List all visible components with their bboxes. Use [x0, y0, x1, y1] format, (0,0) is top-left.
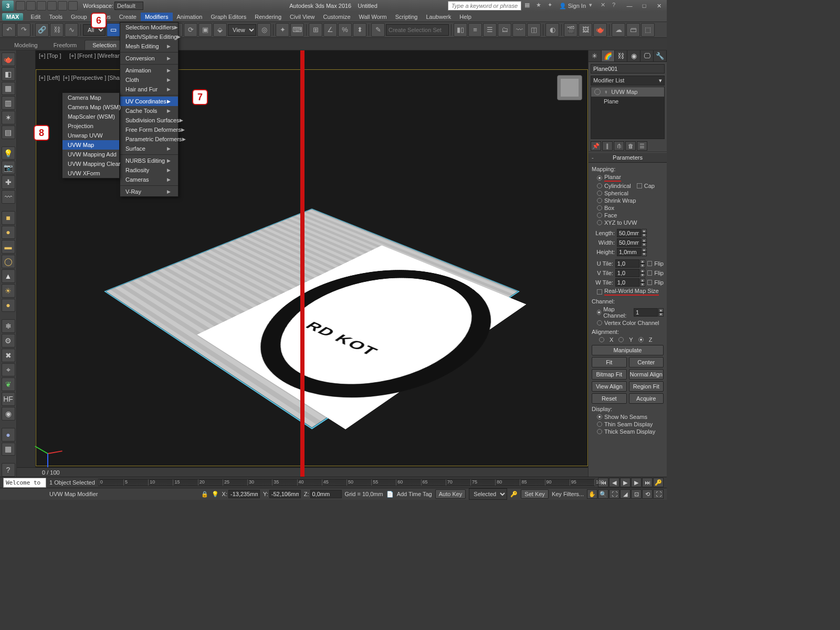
schematic-view-button[interactable]: ◫ [527, 23, 541, 37]
display-thin-seam-display-radio[interactable]: Thin Seam Display [592, 421, 664, 428]
menu-modifiers[interactable]: Modifiers [141, 13, 173, 21]
menu-item-radiosity[interactable]: Radiosity▶ [120, 165, 178, 175]
acquire-button[interactable]: Acquire [629, 393, 664, 404]
spinner-down-icon[interactable]: ▾ [640, 264, 645, 268]
dim-input[interactable] [617, 238, 641, 247]
menu-item-animation[interactable]: Animation▶ [120, 66, 178, 75]
viewport-label-top[interactable]: [+] [Top ] [39, 52, 61, 59]
modifier-list-dropdown[interactable]: Modifier List▾ [591, 76, 665, 86]
display-show-no-seams-radio[interactable]: Show No Seams [592, 413, 664, 421]
systems-icon[interactable]: ❄ [2, 319, 15, 333]
cone-icon[interactable]: ▲ [2, 269, 15, 283]
tile-input[interactable] [615, 259, 639, 268]
unlink-button[interactable]: ⛓ [50, 23, 64, 37]
render-online-button[interactable]: ☁ [612, 23, 625, 37]
submenu-item-uvw-mapping-clear[interactable]: UVW Mapping Clear [62, 159, 119, 169]
exchange-icon[interactable]: ✦ [548, 2, 556, 10]
center-button[interactable]: Center [629, 357, 664, 368]
material-editor-button[interactable]: ◐ [545, 23, 559, 37]
cat-icon[interactable]: ⌖ [2, 363, 15, 377]
menu-item-patch-spline-editing[interactable]: Patch/Spline Editing▶ [120, 32, 178, 41]
set-key-icon[interactable]: 🔑 [510, 491, 518, 498]
map-channel-input[interactable] [634, 308, 658, 317]
sphere-icon[interactable]: ● [2, 226, 15, 239]
percent-snap-button[interactable]: % [338, 23, 352, 37]
menu-rendering[interactable]: Rendering [250, 13, 286, 21]
tile-input[interactable] [615, 278, 639, 287]
axis-y-radio[interactable] [618, 337, 624, 342]
submenu-item-uvw-mapping-add[interactable]: UVW Mapping Add [62, 150, 119, 159]
modifier-stack[interactable]: ♀UVW Map Plane [591, 87, 665, 139]
tile-input[interactable] [615, 269, 639, 277]
torus-icon[interactable]: ◯ [2, 255, 15, 268]
maximize-button[interactable]: □ [638, 2, 650, 10]
render-setup-button[interactable]: 🎬 [564, 23, 578, 37]
coord-z-input[interactable] [310, 490, 342, 498]
region-fit-button[interactable]: Region Fit [629, 381, 664, 392]
menu-item-cameras[interactable]: Cameras▶ [120, 175, 178, 184]
submenu-item-uvw-map[interactable]: UVW Map [62, 140, 119, 150]
menu-item-parametric-deformers[interactable]: Parametric Deformers▶ [120, 134, 178, 144]
submenu-item-camera-map[interactable]: Camera Map [62, 93, 119, 102]
render-frame-button[interactable]: 🖼 [579, 23, 592, 37]
infocenter-icon[interactable]: ▦ [524, 2, 533, 10]
object-name-input[interactable] [591, 64, 665, 74]
palette-icon[interactable]: ▦ [2, 443, 15, 456]
curve-editor-button[interactable]: 〰 [512, 23, 526, 37]
mapping-cylindrical-radio[interactable]: Cylindrical Cap [592, 182, 664, 190]
tab-create[interactable]: ✳ [589, 50, 602, 61]
select-object-button[interactable]: ▭ [107, 23, 120, 37]
tab-motion[interactable]: ◉ [627, 50, 640, 61]
configure-sets-button[interactable]: ☰ [637, 141, 647, 151]
menu-item-hair-and-fur[interactable]: Hair and Fur▶ [120, 85, 178, 94]
track-bar[interactable]: 1 Object Selected 0510152025303540455055… [0, 477, 667, 488]
zoom-button[interactable]: 🔍 [598, 489, 608, 499]
goto-end-button[interactable]: ⏭ [642, 478, 653, 487]
menu-item-cache-tools[interactable]: Cache Tools▶ [120, 106, 178, 116]
foliage-icon[interactable]: ❦ [2, 377, 15, 391]
coord-y-input[interactable] [269, 490, 301, 498]
menu-animation[interactable]: Animation [173, 13, 207, 21]
menu-item-subdivision-surfaces[interactable]: Subdivision Surfaces▶ [120, 116, 178, 125]
layer-explorer-button[interactable]: 🗂 [498, 23, 511, 37]
menu-item-uv-coordinates[interactable]: UV Coordinates▶ [120, 97, 178, 106]
light-icon[interactable]: 💡 [2, 146, 15, 160]
autokey-button[interactable]: Auto Key [435, 489, 466, 499]
rotate-button[interactable]: ⟳ [184, 23, 197, 37]
orbit-button[interactable]: ⟲ [642, 489, 653, 499]
maxscript-listener[interactable] [3, 478, 46, 488]
teapot-icon[interactable]: 🫖 [2, 52, 15, 66]
pin-stack-button[interactable]: 📌 [591, 141, 601, 151]
create-ext-icon[interactable]: ▦ [2, 82, 15, 96]
pivot-center-button[interactable]: ◎ [257, 23, 271, 37]
keyboard-shortcut-button[interactable]: ⌨ [290, 23, 304, 37]
next-frame-button[interactable]: ▶ [631, 478, 642, 487]
qat-new-icon[interactable] [16, 1, 25, 10]
pan-button[interactable]: ✋ [587, 489, 597, 499]
stack-toggle-icon[interactable] [594, 89, 601, 95]
lock-selection-icon[interactable]: 🔒 [201, 491, 208, 498]
mapping-spherical-radio[interactable]: Spherical [592, 190, 664, 197]
blank-sphere-icon[interactable]: ● [2, 428, 15, 442]
tab-display[interactable]: 🖵 [640, 50, 654, 61]
selection-set-input[interactable] [386, 24, 449, 36]
prev-frame-button[interactable]: ◀ [609, 478, 620, 487]
placement-button[interactable]: ⬙ [213, 23, 227, 37]
refcoord-select[interactable]: View [228, 24, 256, 36]
bones-icon[interactable]: ✖ [2, 349, 15, 362]
reset-button[interactable]: Reset [592, 393, 627, 404]
dynamics-icon[interactable]: ◉ [2, 407, 15, 421]
manipulate-button[interactable]: Manipulate [592, 345, 664, 355]
layers-button[interactable]: ☰ [483, 23, 497, 37]
create-particles-icon[interactable]: ✶ [2, 111, 15, 124]
key-mode-button[interactable]: 🔑 [653, 478, 664, 487]
favorites-icon[interactable]: ▾ [589, 2, 597, 10]
menu-customize[interactable]: Customize [319, 13, 355, 21]
align-button[interactable]: ≡ [468, 23, 482, 37]
uv-coordinates-submenu[interactable]: Camera MapCamera Map (WSM)MapScaler (WSM… [62, 92, 120, 178]
play-button[interactable]: ▶ [620, 478, 631, 487]
editor-button[interactable]: ✎ [371, 23, 385, 37]
axis-z-radio[interactable] [638, 337, 644, 342]
spinner-down-icon[interactable]: ▾ [642, 243, 647, 247]
axis-x-radio[interactable] [599, 337, 604, 342]
